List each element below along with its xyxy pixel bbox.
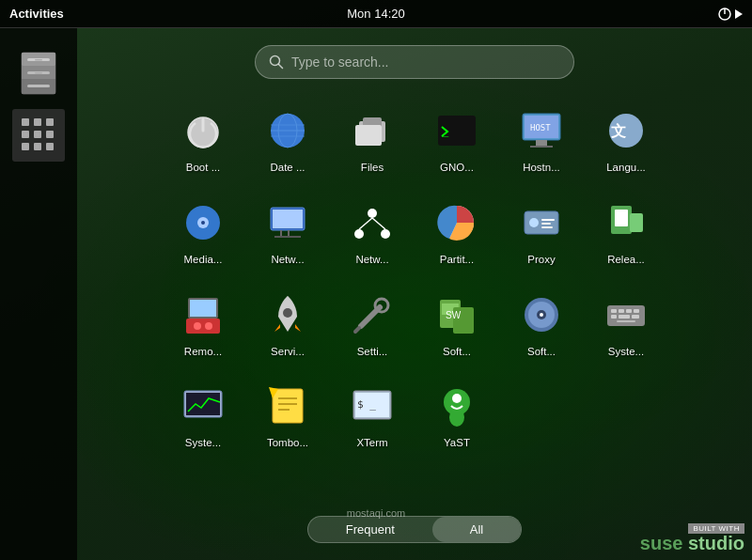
app-label-boot: Boot ... (186, 162, 220, 175)
topbar: Activities Mon 14:20 (0, 0, 752, 28)
search-bar[interactable] (255, 45, 574, 79)
svg-rect-49 (541, 223, 551, 225)
svg-point-40 (368, 209, 377, 218)
svg-text:HOST: HOST (530, 123, 551, 132)
svg-rect-39 (274, 236, 301, 238)
app-icon-software2 (514, 288, 569, 342)
svg-line-12 (279, 65, 283, 69)
svg-rect-52 (615, 210, 628, 226)
sidebar-file-manager[interactable] (12, 47, 65, 100)
app-item-yast[interactable]: YaST (415, 371, 499, 456)
tab-frequent[interactable]: Frequent (308, 517, 432, 542)
power-button[interactable] (716, 6, 743, 23)
app-icon-system2 (176, 379, 230, 433)
svg-rect-28 (530, 146, 553, 148)
app-item-remote[interactable]: Remo... (161, 280, 245, 365)
svg-rect-55 (190, 300, 216, 317)
app-icon-gno: _ (430, 103, 484, 158)
app-icon-date (260, 103, 315, 158)
main-content: Boot ...Date ...Files_GNO...HOSTHostn...… (77, 28, 752, 560)
app-item-software[interactable]: SWSoft... (415, 280, 499, 365)
svg-rect-72 (611, 309, 617, 313)
app-label-files: Files (361, 162, 384, 175)
app-item-settings[interactable]: Setti... (330, 280, 415, 365)
search-input[interactable] (291, 54, 560, 70)
svg-rect-21 (355, 125, 382, 146)
svg-rect-79 (617, 320, 635, 322)
app-label-settings: Setti... (357, 346, 388, 359)
suse-studio-badge: BUILT WITH suse studio (640, 523, 744, 552)
app-icon-hostname: HOST (514, 103, 569, 158)
svg-rect-36 (273, 210, 303, 228)
app-item-partition[interactable]: Partit... (415, 188, 499, 272)
app-icon-media (176, 195, 230, 250)
svg-rect-81 (186, 393, 220, 415)
app-label-release: Relea... (607, 254, 645, 267)
svg-line-43 (359, 218, 372, 229)
app-item-netw2[interactable]: Netw... (330, 188, 415, 272)
svg-rect-10 (35, 72, 42, 74)
app-item-files[interactable]: Files (330, 96, 415, 180)
svg-point-59 (283, 308, 292, 318)
svg-rect-77 (619, 315, 630, 319)
clock-display: Mon 14:20 (347, 7, 404, 21)
app-icon-boot (176, 103, 230, 158)
app-label-system: Syste... (608, 346, 644, 359)
tab-all[interactable]: All (432, 517, 521, 542)
app-item-netw1[interactable]: Netw... (245, 188, 330, 272)
app-item-boot[interactable]: Boot ... (161, 96, 245, 180)
app-icon-partition (430, 195, 484, 250)
svg-text:$ _: $ _ (357, 398, 376, 411)
app-label-tomboy: Tombo... (267, 437, 308, 450)
studio-word: studio (688, 533, 744, 553)
svg-text:SW: SW (446, 310, 462, 320)
svg-point-57 (194, 322, 201, 330)
app-icon-language: 文 (599, 103, 653, 158)
app-item-tomboy[interactable]: Tombo... (245, 371, 330, 456)
activities-button[interactable]: Activities (9, 7, 64, 21)
app-icon-remote (176, 288, 230, 342)
search-icon (269, 54, 284, 70)
svg-point-90 (449, 408, 464, 427)
app-item-software2[interactable]: Soft... (499, 280, 584, 365)
app-label-netw1: Netw... (271, 254, 304, 267)
app-label-software: Soft... (443, 346, 471, 359)
sidebar-apps-grid-button[interactable] (12, 109, 65, 162)
app-item-xterm[interactable]: $ _XTerm (330, 371, 415, 456)
app-item-proxy[interactable]: Proxy (499, 188, 584, 272)
app-item-system[interactable]: Syste... (584, 280, 668, 365)
app-label-proxy: Proxy (527, 254, 555, 267)
svg-point-42 (381, 229, 390, 239)
svg-rect-37 (280, 230, 282, 236)
app-label-software2: Soft... (527, 346, 556, 359)
app-label-yast: YaST (444, 437, 470, 450)
app-grid: Boot ...Date ...Files_GNO...HOSTHostn...… (161, 96, 668, 456)
svg-rect-74 (626, 309, 632, 313)
app-item-system2[interactable]: Syste... (161, 371, 245, 456)
app-item-media[interactable]: Media... (161, 188, 245, 272)
svg-rect-73 (619, 309, 624, 313)
app-icon-tomboy (260, 379, 315, 433)
svg-rect-56 (186, 319, 220, 334)
svg-rect-50 (541, 226, 553, 228)
svg-point-47 (529, 218, 539, 227)
suse-word: suse (640, 533, 683, 553)
app-icon-proxy (514, 195, 569, 250)
svg-rect-27 (536, 140, 547, 146)
tab-switcher: Frequent All (307, 516, 523, 543)
app-icon-software: SW (430, 288, 484, 342)
app-label-partition: Partit... (440, 254, 474, 267)
app-item-hostname[interactable]: HOSTHostn... (499, 96, 584, 180)
svg-point-58 (205, 322, 212, 330)
app-item-date[interactable]: Date ... (245, 96, 330, 180)
app-item-language[interactable]: 文Langu... (584, 96, 668, 180)
app-label-system2: Syste... (185, 437, 221, 450)
app-item-services[interactable]: Servi... (245, 280, 330, 365)
app-label-remote: Remo... (184, 346, 222, 359)
app-label-xterm: XTerm (356, 437, 387, 450)
app-item-gno[interactable]: _GNO... (415, 96, 499, 180)
app-item-release[interactable]: Relea... (584, 188, 668, 272)
app-icon-settings (345, 288, 400, 342)
svg-rect-8 (27, 85, 50, 87)
app-label-netw2: Netw... (355, 254, 388, 267)
